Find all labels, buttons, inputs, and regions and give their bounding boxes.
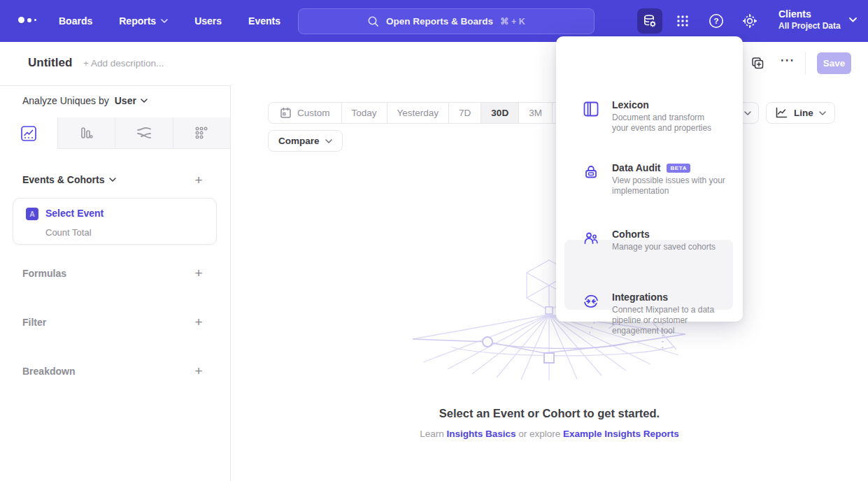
count-total-label[interactable]: Count Total: [45, 227, 92, 238]
header-divider: [805, 52, 806, 75]
database-gear-icon: [642, 13, 657, 29]
date-range-label: 7D: [459, 108, 471, 118]
formulas-section-label: Formulas: [22, 268, 66, 279]
data-management-button[interactable]: [637, 8, 662, 34]
compare-dropdown[interactable]: Compare: [268, 130, 343, 152]
data-management-menu: Lexicon Document and transform your even…: [556, 36, 743, 322]
apps-grid-button[interactable]: [670, 8, 695, 34]
insights-basics-link[interactable]: Insights Basics: [446, 429, 515, 439]
global-search-input[interactable]: Open Reports & Boards ⌘ + K: [298, 8, 595, 34]
duplicate-report-button[interactable]: [750, 56, 764, 70]
event-card[interactable]: A Select Event Count Total: [13, 198, 217, 245]
breakdown-section-label: Breakdown: [22, 366, 75, 377]
nav-menu: Boards Reports Users Events: [59, 0, 280, 42]
tab-table-chart[interactable]: [173, 117, 231, 149]
chevron-down-icon: [325, 139, 332, 143]
chart-type-label: Line: [794, 108, 813, 118]
calendar-icon: [280, 107, 292, 119]
analyze-value: User: [115, 95, 136, 106]
report-description-placeholder[interactable]: + Add description...: [83, 58, 164, 69]
top-navbar: Boards Reports Users Events Open Reports…: [0, 0, 868, 42]
nav-item-reports[interactable]: Reports: [119, 15, 168, 27]
add-formula-button[interactable]: +: [192, 267, 205, 280]
app-root: Boards Reports Users Events Open Reports…: [0, 0, 868, 481]
chart-type-tabs: [0, 117, 230, 149]
chevron-down-icon: [849, 17, 857, 22]
help-button[interactable]: ?: [704, 8, 729, 34]
chevron-down-icon: [109, 178, 116, 182]
duplicate-icon: [750, 56, 764, 70]
chevron-down-icon: [819, 111, 826, 115]
date-range-7d[interactable]: 7D: [448, 103, 481, 123]
nav-item-events[interactable]: Events: [248, 15, 280, 27]
search-placeholder: Open Reports & Boards: [386, 16, 493, 27]
beta-badge: BETA: [667, 164, 690, 173]
chevron-down-icon: [161, 19, 168, 23]
example-insights-reports-link[interactable]: Example Insights Reports: [563, 429, 679, 439]
lexicon-book-icon: [583, 101, 599, 117]
menu-item-title: Lexicon: [612, 99, 649, 110]
tab-bar-chart[interactable]: [57, 117, 115, 149]
menu-item-description: Manage your saved cohorts: [612, 242, 738, 252]
save-button[interactable]: Save: [817, 52, 851, 74]
svg-text:?: ?: [713, 17, 718, 25]
date-range-label: Yesterday: [397, 108, 439, 118]
analyze-label: Analyze Uniques by: [22, 95, 109, 106]
tab-flow-chart[interactable]: [115, 117, 173, 149]
cohorts-users-icon: [583, 230, 599, 247]
or-explore-text: or explore: [518, 429, 560, 439]
add-breakdown-button[interactable]: +: [192, 365, 205, 378]
nav-item-label: Reports: [119, 15, 156, 27]
add-event-button[interactable]: +: [192, 174, 205, 187]
integrations-sync-icon: [583, 293, 599, 310]
gear-icon: [741, 13, 758, 29]
project-name: All Project Data: [778, 20, 841, 31]
help-icon: ?: [708, 13, 725, 29]
events-cohorts-label: Events & Cohorts: [22, 174, 104, 185]
filter-section-label: Filter: [22, 317, 46, 328]
events-cohorts-header[interactable]: Events & Cohorts: [22, 174, 116, 185]
add-filter-button[interactable]: +: [192, 316, 205, 329]
menu-item-title: Data AuditBETA: [612, 162, 690, 173]
chart-type-dropdown[interactable]: Line: [766, 102, 835, 124]
search-icon: [367, 15, 379, 27]
chevron-down-icon: [141, 99, 148, 103]
date-range-label: 3M: [529, 108, 542, 118]
date-range-today[interactable]: Today: [341, 103, 387, 123]
select-event-label[interactable]: Select Event: [45, 208, 104, 219]
nav-item-boards[interactable]: Boards: [59, 15, 92, 27]
date-range-yesterday[interactable]: Yesterday: [387, 103, 449, 123]
date-range-control: Custom Today Yesterday 7D 30D 3M 6M: [268, 102, 586, 124]
line-chart-icon: [775, 107, 788, 119]
project-labels: Clients All Project Data: [778, 8, 841, 31]
date-range-label: 30D: [491, 108, 508, 118]
chevron-down-icon: [744, 111, 751, 115]
date-range-3m[interactable]: 3M: [518, 103, 552, 123]
nav-item-label: Users: [194, 15, 222, 27]
bar-chart-icon: [78, 124, 94, 141]
settings-button[interactable]: [737, 8, 762, 34]
date-range-label: Custom: [297, 108, 330, 118]
report-title[interactable]: Untitled: [28, 56, 72, 70]
menu-item-description: Connect Mixpanel to a data pipeline or c…: [612, 305, 738, 336]
project-selector[interactable]: Clients All Project Data: [778, 8, 857, 31]
date-range-label: Today: [352, 108, 377, 118]
analyze-uniques-selector[interactable]: Analyze Uniques by User: [22, 95, 148, 106]
tab-line-chart[interactable]: [0, 117, 57, 149]
mixpanel-logo-icon[interactable]: [18, 17, 36, 23]
date-range-custom[interactable]: Custom: [269, 103, 341, 123]
grid-icon: [674, 13, 691, 29]
date-range-30d[interactable]: 30D: [481, 103, 518, 123]
menu-item-description: View possible issues with your implement…: [612, 175, 738, 196]
nav-item-users[interactable]: Users: [194, 15, 222, 27]
line-chart-icon: [20, 125, 37, 142]
empty-state-subtitle: Learn Insights Basics or explore Example…: [231, 429, 868, 439]
data-audit-lock-icon: [583, 164, 599, 180]
dots-grid-icon: [193, 124, 210, 141]
learn-prefix: Learn: [420, 429, 444, 439]
query-builder-sidebar: Analyze Uniques by User: [0, 85, 231, 481]
menu-item-description: Document and transform your events and p…: [612, 113, 738, 134]
event-series-badge: A: [26, 208, 38, 220]
nav-item-label: Events: [248, 15, 280, 27]
more-options-button[interactable]: ⋯: [778, 52, 797, 69]
